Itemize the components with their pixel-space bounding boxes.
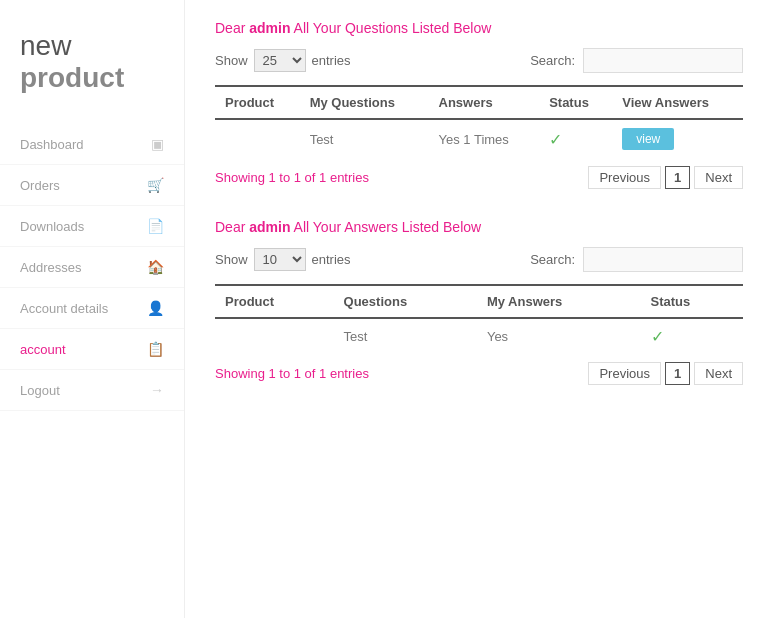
questions-search-area: Search: <box>530 48 743 73</box>
cell-product-1 <box>215 119 300 158</box>
table-row: Test Yes 1 Times ✓ view <box>215 119 743 158</box>
col-my-questions: My Questions <box>300 86 429 119</box>
showing-text-2: Showing 1 to 1 of 1 entries <box>215 366 588 381</box>
previous-button-1[interactable]: Previous <box>588 166 661 189</box>
main-content: Dear admin All Your Questions Listed Bel… <box>185 0 773 618</box>
questions-table-footer: Showing 1 to 1 of 1 entries Previous 1 N… <box>215 166 743 189</box>
sidebar-item-downloads[interactable]: Downloads 📄 <box>0 206 184 247</box>
title-part2: product <box>20 62 124 93</box>
search-label-2: Search: <box>530 252 575 267</box>
sidebar-item-label: Orders <box>20 178 60 193</box>
sidebar-item-label: Addresses <box>20 260 81 275</box>
cell-question: Test <box>300 119 429 158</box>
cell-my-answer: Yes <box>477 318 641 354</box>
search-label-1: Search: <box>530 53 575 68</box>
dashboard-icon: ▣ <box>151 136 164 152</box>
show-label-2: Show <box>215 252 248 267</box>
sidebar-item-orders[interactable]: Orders 🛒 <box>0 165 184 206</box>
pagination-2: Previous 1 Next <box>588 362 743 385</box>
show-select-2[interactable]: 10 25 50 100 <box>254 248 306 271</box>
show-select-1[interactable]: 25 10 50 100 <box>254 49 306 72</box>
cell-question-2: Test <box>334 318 477 354</box>
pagination-1: Previous 1 Next <box>588 166 743 189</box>
dear-label-2: Dear <box>215 219 245 235</box>
sidebar-item-label: Account details <box>20 301 108 316</box>
entries-label-2: entries <box>312 252 351 267</box>
account-icon: 📋 <box>147 341 164 357</box>
next-button-1[interactable]: Next <box>694 166 743 189</box>
title-part1: new <box>20 30 71 61</box>
cell-view: view <box>612 119 743 158</box>
view-button[interactable]: view <box>622 128 674 150</box>
sidebar-item-logout[interactable]: Logout → <box>0 370 184 411</box>
sidebar: new product Dashboard ▣ Orders 🛒 Downloa… <box>0 0 185 618</box>
questions-show-entries: Show 25 10 50 100 entries <box>215 49 530 72</box>
sidebar-item-account-details[interactable]: Account details 👤 <box>0 288 184 329</box>
entries-label-1: entries <box>312 53 351 68</box>
next-button-2[interactable]: Next <box>694 362 743 385</box>
answers-table-controls: Show 10 25 50 100 entries Search: <box>215 247 743 272</box>
cell-status-1: ✓ <box>539 119 612 158</box>
table-row: Test Yes ✓ <box>215 318 743 354</box>
current-page-1: 1 <box>665 166 690 189</box>
site-title: new product <box>0 20 184 124</box>
sidebar-item-label: Dashboard <box>20 137 84 152</box>
showing-text-1: Showing 1 to 1 of 1 entries <box>215 170 588 185</box>
check-icon-2: ✓ <box>651 328 664 345</box>
sidebar-item-label: Downloads <box>20 219 84 234</box>
check-icon-1: ✓ <box>549 131 562 148</box>
questions-table-controls: Show 25 10 50 100 entries Search: <box>215 48 743 73</box>
answers-show-entries: Show 10 25 50 100 entries <box>215 248 530 271</box>
admin-name-1: admin <box>249 20 290 36</box>
sidebar-item-label: Logout <box>20 383 60 398</box>
orders-icon: 🛒 <box>147 177 164 193</box>
questions-dear-text: Dear admin All Your Questions Listed Bel… <box>215 20 743 36</box>
sidebar-item-label: account <box>20 342 66 357</box>
col-product-2: Product <box>215 285 334 318</box>
answers-section: Dear admin All Your Answers Listed Below… <box>215 219 743 385</box>
questions-table: Product My Questions Answers Status View… <box>215 85 743 158</box>
answers-table-footer: Showing 1 to 1 of 1 entries Previous 1 N… <box>215 362 743 385</box>
addresses-icon: 🏠 <box>147 259 164 275</box>
dear-suffix-1: All Your Questions Listed Below <box>294 20 492 36</box>
col-questions-2: Questions <box>334 285 477 318</box>
account-details-icon: 👤 <box>147 300 164 316</box>
col-my-answers: My Answers <box>477 285 641 318</box>
questions-section: Dear admin All Your Questions Listed Bel… <box>215 20 743 189</box>
col-status-2: Status <box>641 285 743 318</box>
col-view-answers: View Answers <box>612 86 743 119</box>
search-input-2[interactable] <box>583 247 743 272</box>
answers-search-area: Search: <box>530 247 743 272</box>
show-label-1: Show <box>215 53 248 68</box>
sidebar-item-dashboard[interactable]: Dashboard ▣ <box>0 124 184 165</box>
sidebar-item-account[interactable]: account 📋 <box>0 329 184 370</box>
dear-suffix-2: All Your Answers Listed Below <box>294 219 482 235</box>
current-page-2: 1 <box>665 362 690 385</box>
logout-icon: → <box>150 382 164 398</box>
admin-name-2: admin <box>249 219 290 235</box>
cell-product-2 <box>215 318 334 354</box>
search-input-1[interactable] <box>583 48 743 73</box>
answers-dear-text: Dear admin All Your Answers Listed Below <box>215 219 743 235</box>
col-status-1: Status <box>539 86 612 119</box>
col-answers: Answers <box>429 86 540 119</box>
previous-button-2[interactable]: Previous <box>588 362 661 385</box>
answers-table: Product Questions My Answers Status Test… <box>215 284 743 354</box>
cell-answers: Yes 1 Times <box>429 119 540 158</box>
sidebar-item-addresses[interactable]: Addresses 🏠 <box>0 247 184 288</box>
downloads-icon: 📄 <box>147 218 164 234</box>
col-product-1: Product <box>215 86 300 119</box>
cell-status-2: ✓ <box>641 318 743 354</box>
dear-label: Dear <box>215 20 245 36</box>
